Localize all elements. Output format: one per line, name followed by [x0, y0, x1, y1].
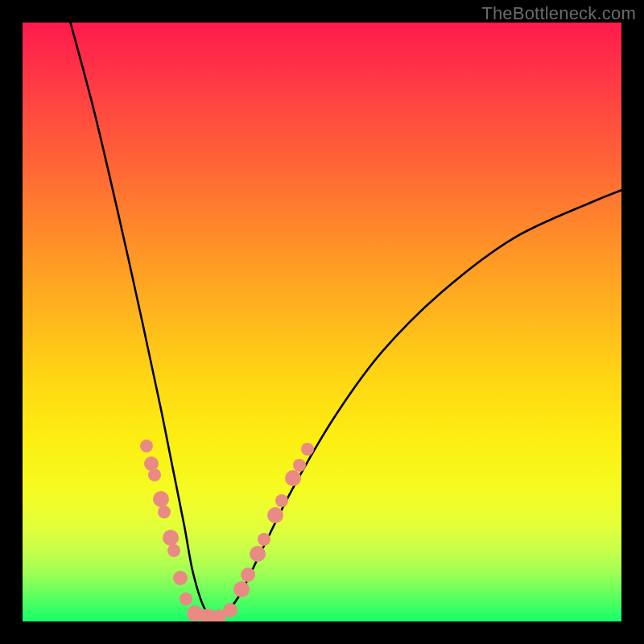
- data-marker: [163, 530, 179, 546]
- bottleneck-curve: [71, 23, 622, 617]
- data-marker: [223, 603, 237, 617]
- data-marker: [158, 506, 171, 518]
- data-marker: [285, 470, 301, 486]
- data-marker: [241, 568, 255, 582]
- data-marker: [275, 494, 288, 507]
- data-marker: [258, 533, 270, 546]
- data-marker: [180, 592, 192, 605]
- data-marker: [233, 581, 250, 597]
- data-marker: [293, 459, 306, 472]
- data-marker: [148, 469, 161, 481]
- data-marker: [140, 440, 153, 452]
- data-marker: [167, 544, 180, 557]
- curve-line-group: [71, 23, 622, 617]
- data-marker: [250, 546, 266, 562]
- curve-svg: [23, 23, 621, 621]
- data-marker: [267, 507, 283, 523]
- data-marker: [173, 571, 188, 585]
- data-marker: [301, 443, 314, 456]
- watermark-text: TheBottleneck.com: [481, 3, 636, 24]
- plot-area: [23, 23, 621, 621]
- marker-group: [140, 440, 314, 621]
- data-marker: [153, 491, 169, 507]
- chart-frame: TheBottleneck.com: [0, 0, 644, 644]
- data-marker: [144, 456, 159, 471]
